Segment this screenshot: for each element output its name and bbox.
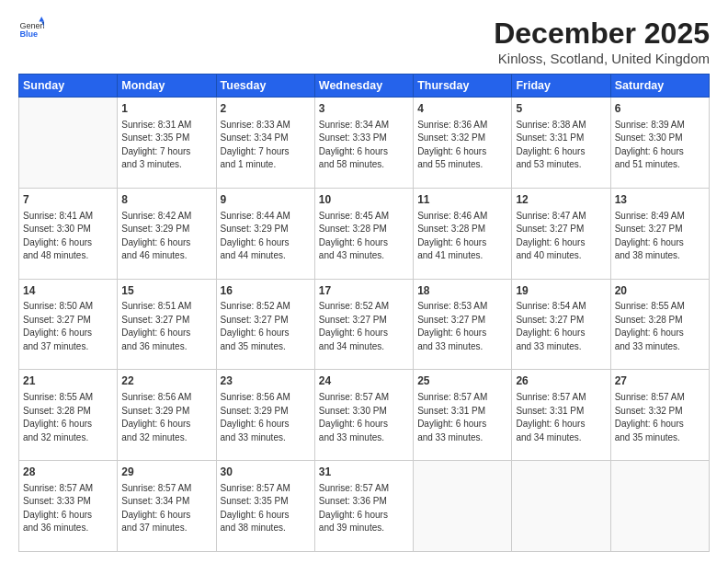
table-row: 24Sunrise: 8:57 AM Sunset: 3:30 PM Dayli… <box>314 370 413 461</box>
table-row: 9Sunrise: 8:44 AM Sunset: 3:29 PM Daylig… <box>216 188 314 279</box>
day-number: 3 <box>319 101 409 117</box>
day-number: 7 <box>23 192 113 208</box>
table-row: 20Sunrise: 8:55 AM Sunset: 3:28 PM Dayli… <box>610 279 709 370</box>
table-row: 18Sunrise: 8:53 AM Sunset: 3:27 PM Dayli… <box>414 279 512 370</box>
day-number: 30 <box>221 465 311 480</box>
svg-text:General: General <box>19 21 44 30</box>
day-number: 13 <box>615 192 705 208</box>
day-info: Sunrise: 8:51 AM Sunset: 3:27 PM Dayligh… <box>121 300 211 353</box>
table-row: 4Sunrise: 8:36 AM Sunset: 3:32 PM Daylig… <box>414 98 512 189</box>
col-tuesday: Tuesday <box>216 75 314 98</box>
day-number: 6 <box>615 101 705 117</box>
table-row: 26Sunrise: 8:57 AM Sunset: 3:31 PM Dayli… <box>512 370 610 461</box>
day-info: Sunrise: 8:55 AM Sunset: 3:28 PM Dayligh… <box>23 391 113 444</box>
table-row <box>414 461 512 552</box>
day-number: 29 <box>121 465 211 480</box>
day-number: 19 <box>516 283 606 299</box>
table-row: 11Sunrise: 8:46 AM Sunset: 3:28 PM Dayli… <box>414 188 512 279</box>
day-info: Sunrise: 8:52 AM Sunset: 3:27 PM Dayligh… <box>319 300 409 353</box>
day-info: Sunrise: 8:41 AM Sunset: 3:30 PM Dayligh… <box>23 210 113 263</box>
table-row: 14Sunrise: 8:50 AM Sunset: 3:27 PM Dayli… <box>19 279 118 370</box>
table-row: 30Sunrise: 8:57 AM Sunset: 3:35 PM Dayli… <box>216 461 314 552</box>
day-info: Sunrise: 8:57 AM Sunset: 3:32 PM Dayligh… <box>615 391 705 444</box>
calendar-week-row: 21Sunrise: 8:55 AM Sunset: 3:28 PM Dayli… <box>19 370 710 461</box>
table-row: 5Sunrise: 8:38 AM Sunset: 3:31 PM Daylig… <box>512 98 610 189</box>
table-row: 1Sunrise: 8:31 AM Sunset: 3:35 PM Daylig… <box>118 98 216 189</box>
table-row: 17Sunrise: 8:52 AM Sunset: 3:27 PM Dayli… <box>314 279 413 370</box>
logo: General Blue <box>18 17 44 42</box>
table-row: 8Sunrise: 8:42 AM Sunset: 3:29 PM Daylig… <box>118 188 216 279</box>
day-number: 24 <box>319 373 409 389</box>
calendar-header-row: Sunday Monday Tuesday Wednesday Thursday… <box>19 75 710 98</box>
table-row: 29Sunrise: 8:57 AM Sunset: 3:34 PM Dayli… <box>118 461 216 552</box>
day-number: 16 <box>221 283 311 299</box>
col-wednesday: Wednesday <box>314 75 413 98</box>
table-row: 7Sunrise: 8:41 AM Sunset: 3:30 PM Daylig… <box>19 188 118 279</box>
day-number: 5 <box>516 101 606 117</box>
calendar-week-row: 14Sunrise: 8:50 AM Sunset: 3:27 PM Dayli… <box>19 279 710 370</box>
svg-marker-2 <box>39 17 44 22</box>
title-block: December 2025 Kinloss, Scotland, United … <box>494 17 710 66</box>
day-info: Sunrise: 8:50 AM Sunset: 3:27 PM Dayligh… <box>23 300 113 353</box>
day-number: 25 <box>417 373 507 389</box>
calendar-week-row: 1Sunrise: 8:31 AM Sunset: 3:35 PM Daylig… <box>19 98 710 189</box>
day-info: Sunrise: 8:55 AM Sunset: 3:28 PM Dayligh… <box>615 300 705 353</box>
day-info: Sunrise: 8:44 AM Sunset: 3:29 PM Dayligh… <box>221 210 311 263</box>
table-row: 21Sunrise: 8:55 AM Sunset: 3:28 PM Dayli… <box>19 370 118 461</box>
day-info: Sunrise: 8:56 AM Sunset: 3:29 PM Dayligh… <box>121 391 211 444</box>
day-number: 22 <box>121 373 211 389</box>
calendar-table: Sunday Monday Tuesday Wednesday Thursday… <box>18 74 710 552</box>
table-row: 31Sunrise: 8:57 AM Sunset: 3:36 PM Dayli… <box>314 461 413 552</box>
day-info: Sunrise: 8:57 AM Sunset: 3:33 PM Dayligh… <box>23 482 113 535</box>
table-row: 16Sunrise: 8:52 AM Sunset: 3:27 PM Dayli… <box>216 279 314 370</box>
day-info: Sunrise: 8:56 AM Sunset: 3:29 PM Dayligh… <box>221 391 311 444</box>
table-row <box>19 98 118 189</box>
svg-text:Blue: Blue <box>19 29 38 39</box>
day-info: Sunrise: 8:57 AM Sunset: 3:36 PM Dayligh… <box>319 482 409 535</box>
table-row: 23Sunrise: 8:56 AM Sunset: 3:29 PM Dayli… <box>216 370 314 461</box>
table-row: 10Sunrise: 8:45 AM Sunset: 3:28 PM Dayli… <box>314 188 413 279</box>
day-number: 11 <box>417 192 507 208</box>
col-thursday: Thursday <box>414 75 512 98</box>
subtitle: Kinloss, Scotland, United Kingdom <box>494 51 710 66</box>
day-number: 4 <box>417 101 507 117</box>
day-number: 14 <box>23 283 113 299</box>
day-number: 9 <box>221 192 311 208</box>
table-row: 13Sunrise: 8:49 AM Sunset: 3:27 PM Dayli… <box>610 188 709 279</box>
day-info: Sunrise: 8:52 AM Sunset: 3:27 PM Dayligh… <box>221 300 311 353</box>
day-info: Sunrise: 8:46 AM Sunset: 3:28 PM Dayligh… <box>417 210 507 263</box>
day-info: Sunrise: 8:47 AM Sunset: 3:27 PM Dayligh… <box>516 210 606 263</box>
main-title: December 2025 <box>494 17 710 51</box>
day-info: Sunrise: 8:34 AM Sunset: 3:33 PM Dayligh… <box>319 119 409 172</box>
table-row <box>512 461 610 552</box>
col-saturday: Saturday <box>610 75 709 98</box>
day-number: 31 <box>319 465 409 480</box>
page: General Blue December 2025 Kinloss, Scot… <box>0 0 728 563</box>
day-number: 8 <box>121 192 211 208</box>
day-number: 17 <box>319 283 409 299</box>
logo-icon: General Blue <box>18 17 44 42</box>
table-row: 28Sunrise: 8:57 AM Sunset: 3:33 PM Dayli… <box>19 461 118 552</box>
table-row: 15Sunrise: 8:51 AM Sunset: 3:27 PM Dayli… <box>118 279 216 370</box>
day-number: 10 <box>319 192 409 208</box>
day-number: 2 <box>221 101 311 117</box>
table-row <box>610 461 709 552</box>
day-number: 23 <box>221 373 311 389</box>
day-number: 27 <box>615 373 705 389</box>
table-row: 22Sunrise: 8:56 AM Sunset: 3:29 PM Dayli… <box>118 370 216 461</box>
table-row: 2Sunrise: 8:33 AM Sunset: 3:34 PM Daylig… <box>216 98 314 189</box>
day-number: 15 <box>121 283 211 299</box>
day-info: Sunrise: 8:49 AM Sunset: 3:27 PM Dayligh… <box>615 210 705 263</box>
day-info: Sunrise: 8:57 AM Sunset: 3:34 PM Dayligh… <box>121 482 211 535</box>
day-number: 26 <box>516 373 606 389</box>
table-row: 12Sunrise: 8:47 AM Sunset: 3:27 PM Dayli… <box>512 188 610 279</box>
day-info: Sunrise: 8:36 AM Sunset: 3:32 PM Dayligh… <box>417 119 507 172</box>
col-friday: Friday <box>512 75 610 98</box>
table-row: 3Sunrise: 8:34 AM Sunset: 3:33 PM Daylig… <box>314 98 413 189</box>
day-info: Sunrise: 8:31 AM Sunset: 3:35 PM Dayligh… <box>121 119 211 172</box>
day-info: Sunrise: 8:53 AM Sunset: 3:27 PM Dayligh… <box>417 300 507 353</box>
col-monday: Monday <box>118 75 216 98</box>
day-info: Sunrise: 8:45 AM Sunset: 3:28 PM Dayligh… <box>319 210 409 263</box>
col-sunday: Sunday <box>19 75 118 98</box>
day-number: 12 <box>516 192 606 208</box>
